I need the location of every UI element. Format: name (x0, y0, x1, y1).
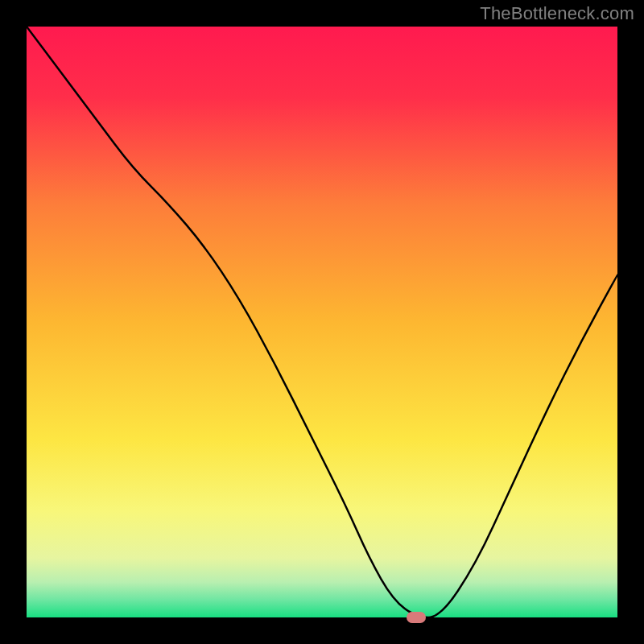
chart-frame: TheBottleneck.com (0, 0, 644, 644)
watermark-text: TheBottleneck.com (480, 3, 634, 24)
plot-area (27, 27, 617, 617)
optimal-point-marker (407, 612, 426, 623)
bottleneck-curve (27, 27, 617, 617)
